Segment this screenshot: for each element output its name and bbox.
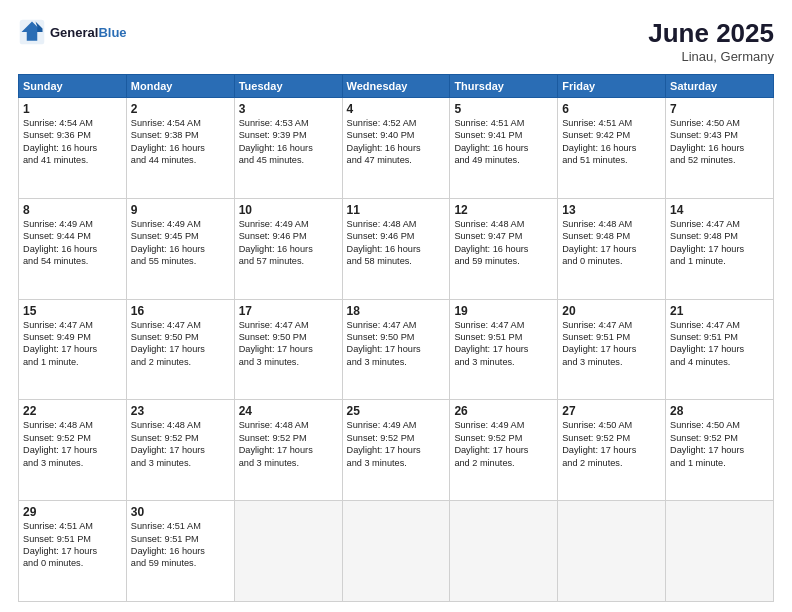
logo-text: GeneralBlue [50, 25, 127, 40]
day-cell-15: 15Sunrise: 4:47 AM Sunset: 9:49 PM Dayli… [19, 299, 127, 400]
header: GeneralBlue June 2025 Linau, Germany [18, 18, 774, 64]
day-info: Sunrise: 4:49 AM Sunset: 9:46 PM Dayligh… [239, 218, 338, 268]
day-number: 7 [670, 102, 769, 116]
day-cell-5: 5Sunrise: 4:51 AM Sunset: 9:41 PM Daylig… [450, 98, 558, 199]
day-number: 17 [239, 304, 338, 318]
day-info: Sunrise: 4:49 AM Sunset: 9:44 PM Dayligh… [23, 218, 122, 268]
day-number: 4 [347, 102, 446, 116]
day-number: 10 [239, 203, 338, 217]
day-cell-17: 17Sunrise: 4:47 AM Sunset: 9:50 PM Dayli… [234, 299, 342, 400]
day-info: Sunrise: 4:47 AM Sunset: 9:50 PM Dayligh… [131, 319, 230, 369]
day-info: Sunrise: 4:54 AM Sunset: 9:38 PM Dayligh… [131, 117, 230, 167]
day-cell-10: 10Sunrise: 4:49 AM Sunset: 9:46 PM Dayli… [234, 198, 342, 299]
day-info: Sunrise: 4:48 AM Sunset: 9:47 PM Dayligh… [454, 218, 553, 268]
day-number: 16 [131, 304, 230, 318]
day-info: Sunrise: 4:48 AM Sunset: 9:46 PM Dayligh… [347, 218, 446, 268]
day-info: Sunrise: 4:50 AM Sunset: 9:43 PM Dayligh… [670, 117, 769, 167]
day-number: 25 [347, 404, 446, 418]
day-info: Sunrise: 4:53 AM Sunset: 9:39 PM Dayligh… [239, 117, 338, 167]
day-number: 1 [23, 102, 122, 116]
day-number: 19 [454, 304, 553, 318]
day-info: Sunrise: 4:51 AM Sunset: 9:41 PM Dayligh… [454, 117, 553, 167]
day-number: 13 [562, 203, 661, 217]
empty-cell [450, 501, 558, 602]
day-cell-8: 8Sunrise: 4:49 AM Sunset: 9:44 PM Daylig… [19, 198, 127, 299]
day-cell-27: 27Sunrise: 4:50 AM Sunset: 9:52 PM Dayli… [558, 400, 666, 501]
day-cell-28: 28Sunrise: 4:50 AM Sunset: 9:52 PM Dayli… [666, 400, 774, 501]
day-number: 12 [454, 203, 553, 217]
day-number: 28 [670, 404, 769, 418]
day-number: 5 [454, 102, 553, 116]
day-info: Sunrise: 4:49 AM Sunset: 9:45 PM Dayligh… [131, 218, 230, 268]
page: GeneralBlue June 2025 Linau, Germany Sun… [0, 0, 792, 612]
col-saturday: Saturday [666, 75, 774, 98]
day-number: 22 [23, 404, 122, 418]
day-number: 11 [347, 203, 446, 217]
day-info: Sunrise: 4:48 AM Sunset: 9:48 PM Dayligh… [562, 218, 661, 268]
day-info: Sunrise: 4:47 AM Sunset: 9:49 PM Dayligh… [23, 319, 122, 369]
day-cell-25: 25Sunrise: 4:49 AM Sunset: 9:52 PM Dayli… [342, 400, 450, 501]
day-number: 6 [562, 102, 661, 116]
day-info: Sunrise: 4:52 AM Sunset: 9:40 PM Dayligh… [347, 117, 446, 167]
col-tuesday: Tuesday [234, 75, 342, 98]
day-cell-9: 9Sunrise: 4:49 AM Sunset: 9:45 PM Daylig… [126, 198, 234, 299]
day-cell-1: 1Sunrise: 4:54 AM Sunset: 9:36 PM Daylig… [19, 98, 127, 199]
col-friday: Friday [558, 75, 666, 98]
logo-icon [18, 18, 46, 46]
day-number: 26 [454, 404, 553, 418]
day-cell-23: 23Sunrise: 4:48 AM Sunset: 9:52 PM Dayli… [126, 400, 234, 501]
day-info: Sunrise: 4:49 AM Sunset: 9:52 PM Dayligh… [454, 419, 553, 469]
day-cell-20: 20Sunrise: 4:47 AM Sunset: 9:51 PM Dayli… [558, 299, 666, 400]
day-number: 30 [131, 505, 230, 519]
day-info: Sunrise: 4:47 AM Sunset: 9:50 PM Dayligh… [347, 319, 446, 369]
day-info: Sunrise: 4:47 AM Sunset: 9:51 PM Dayligh… [454, 319, 553, 369]
day-info: Sunrise: 4:48 AM Sunset: 9:52 PM Dayligh… [23, 419, 122, 469]
day-number: 2 [131, 102, 230, 116]
empty-cell [666, 501, 774, 602]
empty-cell [234, 501, 342, 602]
calendar-week-4: 22Sunrise: 4:48 AM Sunset: 9:52 PM Dayli… [19, 400, 774, 501]
day-info: Sunrise: 4:48 AM Sunset: 9:52 PM Dayligh… [239, 419, 338, 469]
day-info: Sunrise: 4:51 AM Sunset: 9:51 PM Dayligh… [131, 520, 230, 570]
calendar-week-5: 29Sunrise: 4:51 AM Sunset: 9:51 PM Dayli… [19, 501, 774, 602]
day-cell-3: 3Sunrise: 4:53 AM Sunset: 9:39 PM Daylig… [234, 98, 342, 199]
day-cell-21: 21Sunrise: 4:47 AM Sunset: 9:51 PM Dayli… [666, 299, 774, 400]
col-thursday: Thursday [450, 75, 558, 98]
day-cell-26: 26Sunrise: 4:49 AM Sunset: 9:52 PM Dayli… [450, 400, 558, 501]
day-info: Sunrise: 4:47 AM Sunset: 9:51 PM Dayligh… [562, 319, 661, 369]
calendar-table: Sunday Monday Tuesday Wednesday Thursday… [18, 74, 774, 602]
day-number: 24 [239, 404, 338, 418]
col-wednesday: Wednesday [342, 75, 450, 98]
day-cell-19: 19Sunrise: 4:47 AM Sunset: 9:51 PM Dayli… [450, 299, 558, 400]
calendar-week-3: 15Sunrise: 4:47 AM Sunset: 9:49 PM Dayli… [19, 299, 774, 400]
day-number: 23 [131, 404, 230, 418]
day-number: 15 [23, 304, 122, 318]
day-info: Sunrise: 4:49 AM Sunset: 9:52 PM Dayligh… [347, 419, 446, 469]
day-number: 9 [131, 203, 230, 217]
calendar-body: 1Sunrise: 4:54 AM Sunset: 9:36 PM Daylig… [19, 98, 774, 602]
day-cell-11: 11Sunrise: 4:48 AM Sunset: 9:46 PM Dayli… [342, 198, 450, 299]
calendar-week-2: 8Sunrise: 4:49 AM Sunset: 9:44 PM Daylig… [19, 198, 774, 299]
day-cell-4: 4Sunrise: 4:52 AM Sunset: 9:40 PM Daylig… [342, 98, 450, 199]
title-block: June 2025 Linau, Germany [648, 18, 774, 64]
day-number: 29 [23, 505, 122, 519]
month-title: June 2025 [648, 18, 774, 49]
day-info: Sunrise: 4:47 AM Sunset: 9:50 PM Dayligh… [239, 319, 338, 369]
day-info: Sunrise: 4:54 AM Sunset: 9:36 PM Dayligh… [23, 117, 122, 167]
day-cell-24: 24Sunrise: 4:48 AM Sunset: 9:52 PM Dayli… [234, 400, 342, 501]
calendar-header-row: Sunday Monday Tuesday Wednesday Thursday… [19, 75, 774, 98]
day-number: 14 [670, 203, 769, 217]
day-cell-13: 13Sunrise: 4:48 AM Sunset: 9:48 PM Dayli… [558, 198, 666, 299]
day-cell-18: 18Sunrise: 4:47 AM Sunset: 9:50 PM Dayli… [342, 299, 450, 400]
day-info: Sunrise: 4:50 AM Sunset: 9:52 PM Dayligh… [562, 419, 661, 469]
day-number: 21 [670, 304, 769, 318]
day-cell-30: 30Sunrise: 4:51 AM Sunset: 9:51 PM Dayli… [126, 501, 234, 602]
day-number: 8 [23, 203, 122, 217]
day-cell-12: 12Sunrise: 4:48 AM Sunset: 9:47 PM Dayli… [450, 198, 558, 299]
day-cell-6: 6Sunrise: 4:51 AM Sunset: 9:42 PM Daylig… [558, 98, 666, 199]
day-cell-7: 7Sunrise: 4:50 AM Sunset: 9:43 PM Daylig… [666, 98, 774, 199]
day-info: Sunrise: 4:47 AM Sunset: 9:48 PM Dayligh… [670, 218, 769, 268]
day-cell-16: 16Sunrise: 4:47 AM Sunset: 9:50 PM Dayli… [126, 299, 234, 400]
calendar-week-1: 1Sunrise: 4:54 AM Sunset: 9:36 PM Daylig… [19, 98, 774, 199]
day-number: 27 [562, 404, 661, 418]
